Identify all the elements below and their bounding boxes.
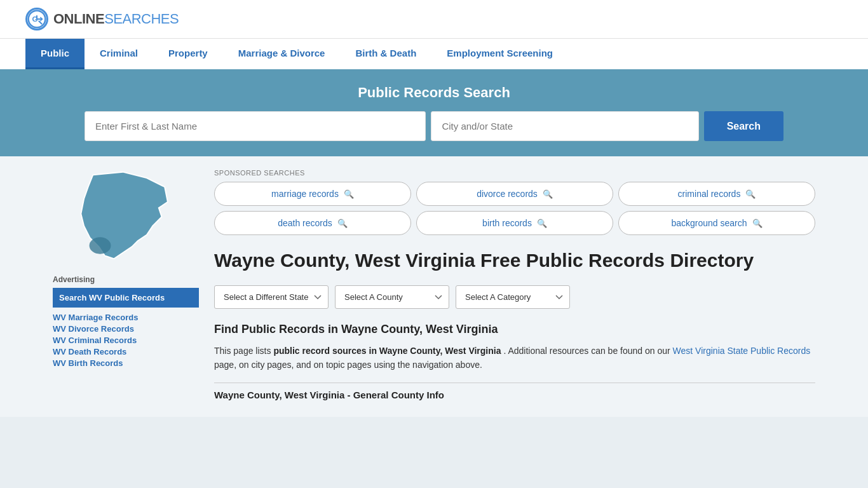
logo-text: ONLINE SEARCHES xyxy=(53,11,179,27)
logo-svg: G xyxy=(27,8,46,30)
sponsored-background-label: background search xyxy=(671,218,747,228)
sponsored-grid: marriage records 🔍 divorce records 🔍 cri… xyxy=(214,182,815,235)
search-icon-4: 🔍 xyxy=(337,219,348,228)
find-desc-bold: public record sources in Wayne County, W… xyxy=(273,346,501,356)
dropdowns-row: Select a Different State Select A County… xyxy=(214,285,815,309)
search-button[interactable]: Search xyxy=(704,111,783,141)
sponsored-marriage[interactable]: marriage records 🔍 xyxy=(214,182,411,206)
find-desc-text2: . Additional resources can be found on o… xyxy=(503,346,672,356)
nav-marriage-divorce[interactable]: Marriage & Divorce xyxy=(223,39,341,69)
wv-state-records-link[interactable]: West Virginia State Public Records xyxy=(673,346,811,356)
sidebar: Advertising Search WV Public Records WV … xyxy=(53,169,199,404)
nav-birth-death[interactable]: Birth & Death xyxy=(340,39,431,69)
sponsored-background[interactable]: background search 🔍 xyxy=(618,211,815,235)
state-dropdown[interactable]: Select a Different State xyxy=(214,285,329,309)
sidebar-links: WV Marriage Records WV Divorce Records W… xyxy=(53,313,199,368)
sponsored-label: SPONSORED SEARCHES xyxy=(214,169,815,177)
sponsored-divorce[interactable]: divorce records 🔍 xyxy=(416,182,613,206)
search-icon-5: 🔍 xyxy=(537,219,547,228)
logo-icon: G xyxy=(25,8,48,30)
sponsored-criminal[interactable]: criminal records 🔍 xyxy=(618,182,815,206)
svg-text:G: G xyxy=(32,15,38,23)
find-records-title: Find Public Records in Wayne County, Wes… xyxy=(214,323,815,336)
sidebar-link-divorce[interactable]: WV Divorce Records xyxy=(53,324,199,334)
nav-employment[interactable]: Employment Screening xyxy=(431,39,568,69)
sidebar-link-death[interactable]: WV Death Records xyxy=(53,347,199,356)
banner-title: Public Records Search xyxy=(25,85,843,101)
sponsored-marriage-label: marriage records xyxy=(271,189,339,199)
nav-public[interactable]: Public xyxy=(25,39,85,69)
sidebar-link-criminal[interactable]: WV Criminal Records xyxy=(53,336,199,345)
main-nav: Public Criminal Property Marriage & Divo… xyxy=(0,38,868,69)
find-desc-text3: page, on city pages, and on topic pages … xyxy=(214,360,482,370)
sidebar-ad-label: Advertising xyxy=(53,275,199,284)
logo[interactable]: G ONLINE SEARCHES xyxy=(25,8,179,30)
find-desc-text1: This page lists xyxy=(214,346,273,356)
sponsored-divorce-label: divorce records xyxy=(477,189,538,199)
county-title: Wayne County, West Virginia Free Public … xyxy=(214,248,815,273)
main-content: Advertising Search WV Public Records WV … xyxy=(40,156,828,417)
banner-search-row: Search xyxy=(85,111,783,141)
category-dropdown[interactable]: Select A Category xyxy=(456,285,570,309)
search-icon-6: 🔍 xyxy=(752,219,763,228)
search-icon-3: 🔍 xyxy=(745,189,756,199)
header: G ONLINE SEARCHES xyxy=(0,0,868,38)
city-input[interactable] xyxy=(431,111,698,141)
sponsored-birth-label: birth records xyxy=(482,218,532,228)
content-area: SPONSORED SEARCHES marriage records 🔍 di… xyxy=(214,169,815,404)
county-dropdown[interactable]: Select A County xyxy=(335,285,449,309)
sponsored-death[interactable]: death records 🔍 xyxy=(214,211,411,235)
search-icon-1: 🔍 xyxy=(344,189,354,199)
sponsored-criminal-label: criminal records xyxy=(678,189,741,199)
nav-criminal[interactable]: Criminal xyxy=(85,39,153,69)
sidebar-link-marriage[interactable]: WV Marriage Records xyxy=(53,313,199,322)
sponsored-birth[interactable]: birth records 🔍 xyxy=(416,211,613,235)
sidebar-ad-button[interactable]: Search WV Public Records xyxy=(53,288,199,308)
sidebar-link-birth[interactable]: WV Birth Records xyxy=(53,358,199,368)
name-input[interactable] xyxy=(85,111,426,141)
search-icon-2: 🔍 xyxy=(543,189,553,199)
logo-online: ONLINE xyxy=(53,11,104,27)
nav-property[interactable]: Property xyxy=(153,39,223,69)
search-banner: Public Records Search Search xyxy=(0,69,868,156)
find-records-desc: This page lists public record sources in… xyxy=(214,344,815,372)
svg-point-3 xyxy=(90,237,111,254)
sponsored-death-label: death records xyxy=(278,218,332,228)
logo-searches: SEARCHES xyxy=(104,11,179,27)
county-info-title: Wayne County, West Virginia - General Co… xyxy=(214,383,815,404)
wv-map xyxy=(75,169,177,265)
